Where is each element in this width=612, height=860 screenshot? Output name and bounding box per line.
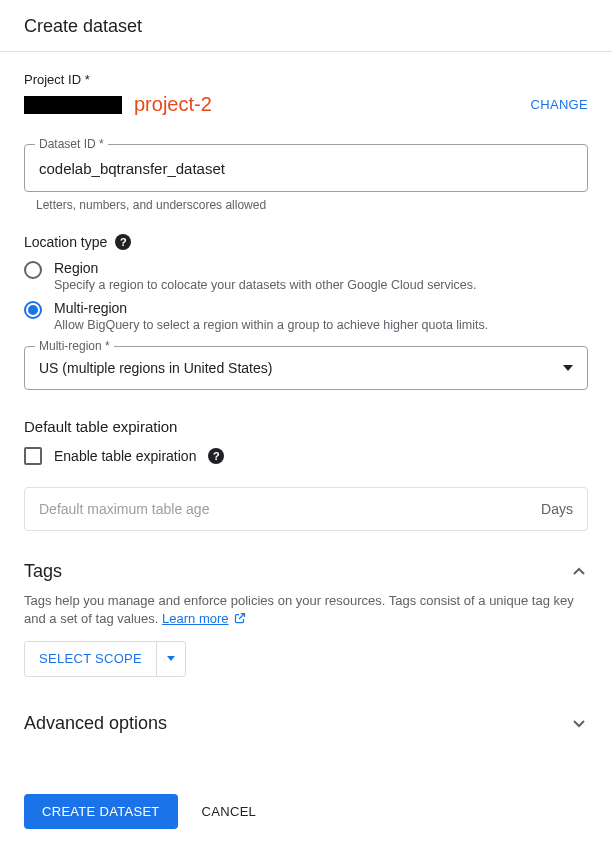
max-table-age-suffix: Days <box>541 501 573 517</box>
dataset-id-input[interactable] <box>39 160 573 177</box>
radio-region-desc: Specify a region to colocate your datase… <box>54 278 588 292</box>
advanced-options-header[interactable]: Advanced options <box>24 713 588 734</box>
advanced-options-title: Advanced options <box>24 713 167 734</box>
change-project-button[interactable]: CHANGE <box>531 97 588 112</box>
radio-region-label: Region <box>54 260 588 276</box>
enable-expiration-checkbox[interactable]: Enable table expiration ? <box>24 447 588 465</box>
radio-icon <box>24 301 42 319</box>
chevron-down-icon <box>167 656 175 661</box>
multiregion-select[interactable]: Multi-region * US (multiple regions in U… <box>24 346 588 390</box>
page-title: Create dataset <box>0 0 612 52</box>
select-scope-label: SELECT SCOPE <box>25 651 156 666</box>
location-type-label: Location type <box>24 234 107 250</box>
enable-expiration-label: Enable table expiration <box>54 448 196 464</box>
chevron-up-icon <box>570 563 588 581</box>
form-content: Project ID * project-2 CHANGE Dataset ID… <box>0 52 612 853</box>
radio-multiregion-desc: Allow BigQuery to select a region within… <box>54 318 588 332</box>
select-scope-dropdown[interactable] <box>156 642 185 676</box>
expiration-heading: Default table expiration <box>24 418 588 435</box>
chevron-down-icon <box>563 365 573 371</box>
radio-multiregion[interactable]: Multi-region Allow BigQuery to select a … <box>24 300 588 332</box>
tags-section-header[interactable]: Tags <box>24 561 588 582</box>
max-table-age-placeholder: Default maximum table age <box>39 501 541 517</box>
select-scope-button[interactable]: SELECT SCOPE <box>24 641 186 677</box>
dataset-id-field[interactable]: Dataset ID * <box>24 144 588 192</box>
cancel-button[interactable]: CANCEL <box>202 804 257 819</box>
checkbox-icon <box>24 447 42 465</box>
dataset-id-floating-label: Dataset ID * <box>35 137 108 151</box>
multiregion-floating-label: Multi-region * <box>35 339 114 353</box>
radio-region[interactable]: Region Specify a region to colocate your… <box>24 260 588 292</box>
radio-icon <box>24 261 42 279</box>
project-id-label: Project ID * <box>24 72 588 87</box>
project-name: project-2 <box>134 93 212 116</box>
dataset-id-helper: Letters, numbers, and underscores allowe… <box>36 198 588 212</box>
external-link-icon <box>234 611 246 629</box>
tags-description: Tags help you manage and enforce policie… <box>24 592 588 629</box>
chevron-down-icon <box>570 714 588 732</box>
help-icon[interactable]: ? <box>115 234 131 250</box>
tags-title: Tags <box>24 561 62 582</box>
max-table-age-field: Default maximum table age Days <box>24 487 588 531</box>
learn-more-link[interactable]: Learn more <box>162 611 228 626</box>
project-id-redacted <box>24 96 122 114</box>
create-dataset-button[interactable]: CREATE DATASET <box>24 794 178 829</box>
multiregion-value: US (multiple regions in United States) <box>39 360 563 376</box>
radio-multiregion-label: Multi-region <box>54 300 588 316</box>
help-icon[interactable]: ? <box>208 448 224 464</box>
